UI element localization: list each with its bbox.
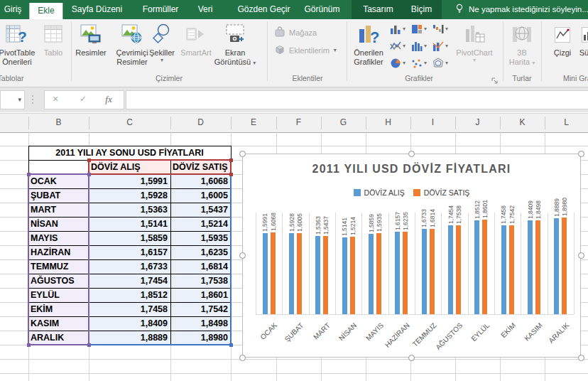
column-header-H[interactable]: H	[385, 114, 391, 132]
tell-me-search[interactable]: Ne yapmak istediğinizi söyleyin...	[469, 0, 588, 19]
chart[interactable]: 2011 YILI USD DÖVİZ FİYATLARI DÖVİZ ALIŞ…	[242, 154, 581, 358]
excel-window: GirişEkleSayfa DüzeniFormüllerVeriGözden…	[0, 0, 588, 381]
range-handle	[87, 159, 91, 162]
insert-scatter-chart-icon[interactable]: ▾	[411, 58, 427, 69]
group-label-charts: Grafikler	[405, 74, 433, 82]
column-header-L[interactable]: L	[564, 114, 569, 132]
category-label: MAYIS	[364, 321, 385, 342]
shapes-icon	[143, 23, 180, 48]
tab-sayfa-düzeni[interactable]: Sayfa Düzeni	[72, 0, 122, 19]
legend-item: DÖVİZ ALIŞ	[354, 188, 405, 197]
column-header-B[interactable]: B	[55, 114, 61, 132]
tab-giriş[interactable]: Giriş	[4, 0, 22, 19]
bar-buy-EKİM	[501, 225, 506, 314]
column-header-border	[89, 117, 89, 129]
range-handle	[87, 173, 91, 176]
dropdown-arrow: ▾	[445, 43, 448, 49]
column-header-J[interactable]: J	[476, 114, 480, 132]
column-header-K[interactable]: K	[519, 114, 525, 132]
insert-statistic-chart-icon[interactable]: ▾	[411, 41, 427, 52]
insert-pie-chart-icon[interactable]: ▾	[390, 58, 405, 69]
dropdown-arrow: ▾	[445, 26, 448, 32]
enter-icon[interactable]: ✓	[77, 90, 89, 108]
column-header-border	[545, 117, 545, 129]
chart-gridline	[388, 213, 389, 314]
tab-veri[interactable]: Veri	[198, 0, 213, 19]
category-label: EYLÜL	[469, 321, 491, 343]
tab-görünüm[interactable]: Görünüm	[304, 0, 339, 19]
column-header-I[interactable]: I	[432, 114, 434, 132]
charts-dialog-launcher[interactable]	[491, 75, 499, 87]
chart-selection-handle[interactable]	[578, 355, 584, 361]
range-handle	[27, 343, 31, 347]
bar-label-sell: 1,6005	[295, 203, 305, 232]
bar-label-sell: 1,7538	[454, 195, 464, 224]
name-box-arrow-icon[interactable]: ▾	[18, 91, 21, 109]
chart-selection-handle[interactable]	[239, 355, 246, 361]
chart-selection-handle[interactable]	[239, 151, 246, 157]
smartart-button[interactable]: SmartArt	[176, 23, 216, 58]
column-header-D[interactable]: D	[197, 114, 204, 132]
3d-map-button[interactable]: 3B Harita ▾	[501, 23, 543, 67]
bar-sell-EYLÜL	[482, 220, 487, 314]
smartart-icon	[176, 23, 216, 48]
button-label: Resimler	[70, 48, 111, 58]
insert-hierarchy-chart-icon[interactable]: ▾	[411, 23, 427, 35]
dropdown-arrow: ▾	[532, 60, 535, 66]
category-label: KASIM	[523, 321, 544, 343]
formula-input[interactable]	[126, 90, 588, 109]
chart-selection-handle[interactable]	[239, 252, 246, 259]
cancel-icon[interactable]: ×	[50, 90, 61, 108]
insert-function-icon[interactable]: fx	[102, 90, 116, 108]
category-label: TEMMUZ	[410, 321, 437, 348]
shapes-button[interactable]: Şekiller ▾	[143, 23, 180, 63]
bar-sell-MART	[323, 236, 328, 314]
chart-selection-handle[interactable]	[578, 151, 584, 157]
my-addins-button[interactable]: Eklentilerim ▾	[274, 43, 337, 58]
pictures-button[interactable]: Resimler	[70, 23, 111, 58]
table-empty-header-cell[interactable]	[28, 160, 89, 174]
bar-buy-KASIM	[528, 220, 533, 314]
chart-series-range-highlight	[88, 159, 232, 175]
tab-formüller[interactable]: Formüller	[143, 0, 179, 19]
column-header-G[interactable]: G	[340, 114, 347, 132]
store-button[interactable]: Mağaza	[274, 25, 317, 41]
pivotchart-button[interactable]: PivotChart ▾	[453, 23, 496, 63]
name-box[interactable]: ▾	[0, 90, 25, 109]
insert-combo-chart-icon[interactable]: ▾	[432, 41, 448, 52]
range-handle	[87, 343, 91, 347]
bar-label-sell: 1,5437	[321, 206, 331, 235]
contextual-tab-tasarim[interactable]: Tasarım	[363, 0, 393, 19]
insert-column-chart-icon[interactable]: ▾	[390, 23, 405, 35]
button-label: Grafikler	[347, 58, 390, 67]
category-label: EKİM	[499, 321, 517, 339]
group-label-tours: Turlar	[512, 74, 531, 82]
tab-ekle[interactable]: Ekle	[29, 3, 62, 19]
chart-gridline	[361, 213, 362, 314]
column-header-C[interactable]: C	[126, 114, 133, 132]
column-header-F[interactable]: F	[296, 114, 301, 132]
table-icon	[32, 23, 75, 48]
table-title-cell[interactable]: 2011 YILI AY SONU USD FİYATLARI	[28, 146, 231, 160]
recommended-charts-button[interactable]: ? Önerilen Grafikler	[347, 23, 390, 67]
screenshot-button[interactable]: Ekran Görüntüsü ▾	[214, 23, 256, 67]
insert-line-chart-icon[interactable]: ▾	[390, 41, 405, 52]
button-label: SmartArt	[176, 48, 216, 58]
button-label: Görüntüsü ▾	[214, 58, 256, 67]
column-header-border	[500, 117, 501, 129]
chart-selection-handle[interactable]	[578, 252, 584, 259]
sparkline-column-button[interactable]: Sütun	[574, 23, 588, 58]
chart-selection-handle[interactable]	[408, 151, 415, 157]
insert-waterfall-chart-icon[interactable]: ▾	[432, 23, 448, 35]
insert-radar-chart-icon[interactable]: ▾	[432, 58, 448, 69]
bar-sell-MAYIS	[376, 233, 381, 314]
chart-selection-handle[interactable]	[408, 355, 415, 361]
tab-gözden-geçir[interactable]: Gözden Geçir	[237, 0, 290, 19]
formula-bar-splitter[interactable]	[32, 95, 33, 104]
bar-sell-ARALIK	[562, 218, 567, 314]
table-button[interactable]: Tablo	[32, 23, 75, 58]
column-headers[interactable]: BCDEFGHIJKL	[0, 113, 588, 133]
contextual-tab-bicim[interactable]: Biçim	[411, 0, 432, 19]
column-header-E[interactable]: E	[251, 114, 256, 132]
range-handle	[229, 343, 233, 347]
